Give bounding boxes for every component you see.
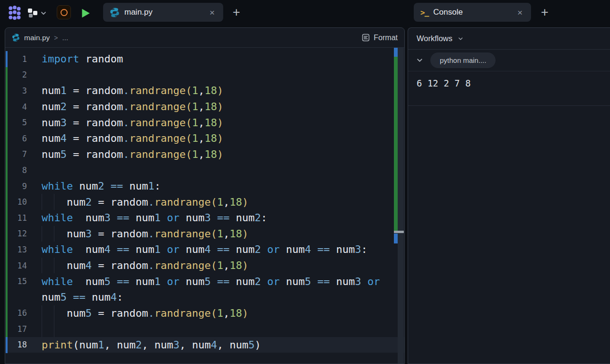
workflows-dropdown[interactable]: Workflows (408, 28, 610, 50)
console-panel: Workflows python main.... 6 12 2 7 8 (408, 27, 610, 364)
overview-ruler-added (394, 57, 398, 231)
code-line[interactable]: 2 (5, 67, 404, 83)
workspace-blocks-icon[interactable] (27, 8, 39, 19)
console-output: 6 12 2 7 8 (408, 71, 610, 106)
line-number: 11 (5, 213, 27, 223)
workflow-badge[interactable]: python main.... (430, 52, 496, 68)
scrollbar-track[interactable] (398, 48, 404, 364)
close-icon[interactable]: × (208, 7, 217, 18)
code-line[interactable]: 15while num5 == num1 or num5 == num2 or … (5, 273, 404, 289)
code-line[interactable]: 14 num4 = random.randrange(1,18) (5, 258, 404, 274)
code-text: num5 = random.randrange(1,18) (42, 147, 223, 163)
breadcrumb[interactable]: main.py > ... (12, 34, 68, 42)
code-line[interactable]: 17 (5, 321, 404, 337)
python-icon (12, 34, 20, 42)
indent-guide (42, 305, 42, 321)
scrollbar-thumb[interactable] (394, 231, 404, 233)
format-button[interactable]: Format (362, 34, 398, 42)
indent-guide (54, 305, 54, 321)
code-text: num2 = random.randrange(1,18) (42, 194, 248, 210)
code-line[interactable]: 7num5 = random.randrange(1,18) (5, 147, 404, 163)
line-number: 14 (5, 261, 27, 270)
top-bar: main.py × + >_ Console × + (0, 0, 610, 27)
line-number: 4 (5, 102, 27, 112)
run-button[interactable] (78, 7, 92, 20)
code-text: num4 = random.randrange(1,18) (42, 130, 223, 147)
breadcrumb-more[interactable]: ... (62, 34, 68, 42)
code-text: while num4 == num1 or num4 == num2 or nu… (42, 242, 367, 258)
line-number: 12 (5, 229, 27, 238)
close-icon[interactable]: × (515, 7, 524, 18)
line-number: 3 (5, 86, 27, 95)
code-line[interactable]: 1import random (5, 51, 404, 67)
new-tab-button[interactable]: + (229, 5, 244, 20)
line-number: 7 (5, 149, 27, 159)
code-text: num3 = random.randrange(1,18) (42, 114, 223, 130)
indent-guide (54, 194, 54, 210)
code-line[interactable]: 4num2 = random.randrange(1,18) (5, 99, 404, 115)
indent-guide (54, 258, 54, 274)
editor-panel: main.py > ... Format 1import random23num… (5, 27, 405, 364)
line-number: 13 (5, 245, 27, 254)
line-number: 2 (5, 70, 27, 79)
code-line[interactable]: 3num1 = random.randrange(1,18) (5, 83, 404, 99)
code-text: import random (42, 51, 123, 67)
line-number: 17 (5, 324, 27, 334)
tab-main-py[interactable]: main.py × (103, 3, 223, 22)
code-line[interactable]: 5num3 = random.randrange(1,18) (5, 114, 404, 130)
code-area[interactable]: 1import random23num1 = random.randrange(… (5, 48, 404, 353)
code-line[interactable]: 13while num4 == num1 or num4 == num2 or … (5, 242, 404, 258)
chevron-down-icon (457, 35, 464, 42)
tab-console[interactable]: >_ Console × (414, 3, 531, 22)
line-number: 5 (5, 118, 27, 127)
indent-guide (54, 321, 54, 337)
code-text: num5 == num4: (42, 289, 123, 305)
python-icon (110, 8, 120, 17)
line-number: 18 (5, 340, 27, 349)
line-number: 6 (5, 134, 27, 143)
plus-icon: + (233, 5, 240, 20)
plus-icon: + (541, 5, 549, 20)
new-tab-button[interactable]: + (537, 5, 552, 20)
code-text: while num2 == num1: (42, 178, 161, 194)
code-text: num4 = random.randrange(1,18) (42, 258, 248, 274)
code-line[interactable]: 9while num2 == num1: (5, 178, 404, 194)
replit-logo-icon[interactable] (8, 5, 22, 20)
code-line[interactable]: 6num4 = random.randrange(1,18) (5, 130, 404, 147)
chevron-down-icon[interactable] (40, 9, 47, 17)
code-text: num1 = random.randrange(1,18) (42, 83, 223, 99)
line-number: 1 (5, 54, 27, 64)
tab-label: main.py (124, 8, 153, 17)
code-text: num3 = random.randrange(1,18) (42, 226, 248, 242)
breadcrumb-sep: > (54, 34, 58, 42)
code-line[interactable]: 10 num2 = random.randrange(1,18) (5, 194, 404, 210)
format-icon (362, 34, 370, 42)
terminal-icon: >_ (420, 8, 428, 17)
indent-guide (42, 258, 42, 274)
format-label: Format (374, 34, 398, 42)
line-number: 15 (5, 277, 27, 286)
code-line[interactable]: num5 == num4: (5, 289, 404, 305)
code-line[interactable]: 18print(num1, num2, num3, num4, num5) (5, 337, 404, 353)
diff-added-marker (6, 67, 8, 337)
code-lines: 1import random23num1 = random.randrange(… (5, 51, 404, 353)
diff-modified-marker (6, 337, 8, 353)
editor-header: main.py > ... Format (5, 28, 404, 48)
orange-ring-icon (61, 9, 68, 16)
workflow-row: python main.... (408, 50, 610, 71)
code-text: print(num1, num2, num3, num4, num5) (42, 337, 261, 353)
code-line[interactable]: 11while num3 == num1 or num3 == num2: (5, 210, 404, 226)
line-number: 9 (5, 182, 27, 191)
workflow-collapse-chevron-icon[interactable] (416, 56, 424, 64)
code-text: while num5 == num1 or num5 == num2 or nu… (42, 273, 380, 289)
indent-guide (42, 226, 42, 242)
overview-ruler-modified (394, 48, 398, 57)
app-icon[interactable] (57, 5, 71, 19)
indent-guide (42, 321, 42, 337)
code-line[interactable]: 8 (5, 162, 404, 178)
code-text: while num3 == num1 or num3 == num2: (42, 210, 267, 226)
code-line[interactable]: 12 num3 = random.randrange(1,18) (5, 226, 404, 242)
indent-guide (54, 226, 54, 242)
code-line[interactable]: 16 num5 = random.randrange(1,18) (5, 305, 404, 321)
code-text: num2 = random.randrange(1,18) (42, 99, 223, 115)
